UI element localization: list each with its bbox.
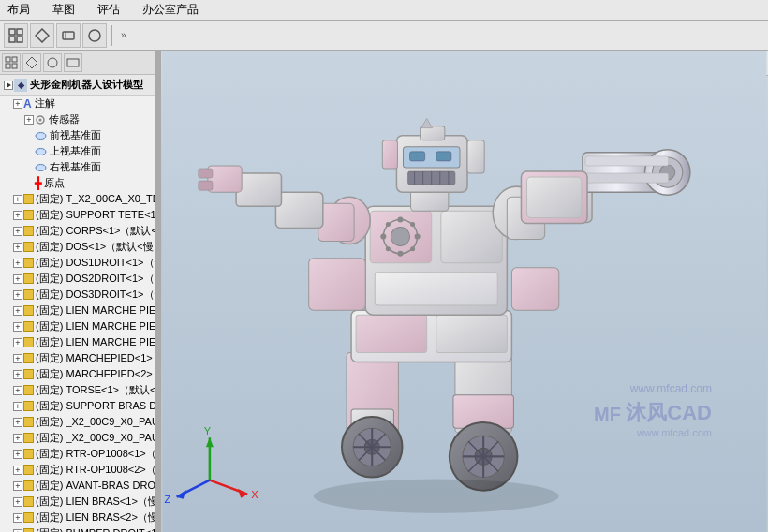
svg-rect-81 (436, 152, 451, 161)
lien-bras2-expand[interactable]: + (13, 513, 22, 523)
annotations-expand[interactable]: + (13, 99, 22, 109)
dos3droit-expand[interactable]: + (13, 290, 22, 300)
svg-rect-109 (527, 177, 582, 217)
tree-item-avant-bras[interactable]: + (固定) AVANT-BRAS DROI (0, 478, 155, 494)
lien-marche1-expand[interactable]: + (13, 306, 22, 316)
lien-marche2-expand[interactable]: + (13, 322, 22, 332)
support-bras-expand[interactable]: + (13, 402, 22, 411)
toolbar-btn-2[interactable] (30, 23, 54, 48)
tree-root-expand[interactable] (4, 81, 13, 90)
left-toolbar-btn-1[interactable] (2, 53, 21, 72)
x2-pau1-expand[interactable]: + (13, 418, 22, 427)
marchepied1-label: (固定) MARCHEPIED<1>（ (36, 351, 155, 365)
tree-root[interactable]: ◆ 夹形金刚机器人设计模型 (0, 75, 155, 96)
t-x2-expand[interactable]: + (13, 195, 22, 204)
svg-rect-0 (9, 29, 15, 35)
sensors-expand[interactable]: + (24, 115, 34, 125)
tree-view: ◆ 夹形金刚机器人设计模型 + A 注解 + 传感器 + 前视基准面 (0, 75, 155, 532)
part-icon-x2-pau1 (23, 417, 34, 427)
tree-item-dos2droit[interactable]: + (固定) DOS2DROIT<1>（ (0, 271, 155, 287)
annotations-label: 注解 (35, 96, 55, 111)
tree-item-x2-pau1[interactable]: + (固定) _X2_00C9_X0_PAU (0, 414, 155, 430)
tree-item-torse[interactable]: + (固定) TORSE<1>（默认< (0, 382, 155, 398)
menu-office[interactable]: 办公室产品 (139, 2, 202, 18)
tree-item-x2-pau2[interactable]: + (固定) _X2_00C9_X0_PAU (0, 430, 155, 446)
tree-item-front-plane[interactable]: + 前视基准面 (0, 127, 155, 143)
left-toolbar-btn-4[interactable] (64, 53, 82, 72)
torse-label: (固定) TORSE<1>（默认< (36, 383, 155, 397)
x2-pau2-expand[interactable]: + (13, 434, 22, 443)
lien-bras2-label: (固定) LIEN BRAS<2>（慢 (36, 510, 155, 525)
tree-item-lien-marche3[interactable]: + (固定) LIEN MARCHE PIE (0, 334, 155, 350)
tree-item-lien-marche2[interactable]: + (固定) LIEN MARCHE PIE (0, 318, 155, 334)
tree-root-icon: ◆ (14, 79, 27, 92)
dos-expand[interactable]: + (13, 243, 22, 252)
support-tete-expand[interactable]: + (13, 211, 22, 220)
lien-bras1-expand[interactable]: + (13, 497, 22, 507)
right-plane-icon (35, 163, 47, 172)
t-x2-label: (固定) T_X2_00CA_X0_TE (36, 192, 155, 206)
dos1droit-expand[interactable]: + (13, 259, 22, 268)
rtr2-expand[interactable]: + (13, 466, 22, 475)
left-toolbar-btn-3[interactable] (43, 53, 62, 72)
svg-rect-2 (9, 37, 15, 42)
svg-rect-91 (467, 140, 484, 173)
tree-item-support-tete[interactable]: + (固定) SUPPORT TETE<1>... (0, 207, 155, 223)
tree-item-corps[interactable]: + (固定) CORPS<1>（默认< (0, 223, 155, 239)
corps-label: (固定) CORPS<1>（默认< (36, 224, 155, 238)
marchepied1-expand[interactable]: + (13, 354, 22, 363)
left-toolbar-btn-2[interactable] (22, 53, 41, 72)
rtr1-label: (固定) RTR-OP1008<1>（ (36, 447, 155, 461)
avant-bras-label: (固定) AVANT-BRAS DROI (36, 479, 155, 493)
3d-viewport[interactable]: X Y Z www.mfcad.com MF (161, 51, 768, 532)
part-icon-support-bras (23, 401, 34, 411)
toolbar-more[interactable]: » (117, 28, 130, 42)
part-icon-x2-pau2 (23, 433, 34, 443)
svg-rect-106 (585, 156, 669, 166)
tree-item-origin[interactable]: + ╋ 原点 (0, 175, 155, 191)
tree-item-lien-marche1[interactable]: + (固定) LIEN MARCHE PIE (0, 303, 155, 318)
svg-point-68 (391, 227, 409, 245)
dos2droit-expand[interactable]: + (13, 274, 22, 284)
tree-item-sensors[interactable]: + 传感器 (0, 111, 155, 127)
tree-item-marchepied2[interactable]: + (固定) MARCHEPIED<2>（ (0, 366, 155, 382)
tree-item-annotations[interactable]: + A 注解 (0, 96, 155, 111)
marchepied2-expand[interactable]: + (13, 370, 22, 379)
svg-text:Y: Y (204, 425, 212, 436)
svg-point-15 (39, 118, 42, 121)
toolbar-btn-3[interactable] (56, 23, 81, 48)
rtr1-expand[interactable]: + (13, 450, 22, 459)
front-plane-icon (35, 131, 47, 140)
menu-layout[interactable]: 布局 (4, 2, 34, 18)
tree-item-rtr2[interactable]: + (固定) RTR-OP1008<2>（ (0, 462, 155, 478)
menu-sketch[interactable]: 草图 (49, 2, 79, 18)
tree-item-lien-bras1[interactable]: + (固定) LIEN BRAS<1>（慢 (0, 494, 155, 510)
tree-item-dos3droit[interactable]: + (固定) DOS3DROIT<1>（慢 (0, 287, 155, 303)
torse-expand[interactable]: + (13, 386, 22, 395)
part-icon-corps (23, 226, 34, 236)
part-icon-rtr1 (23, 449, 34, 459)
tree-item-support-bras[interactable]: + (固定) SUPPORT BRAS DR (0, 398, 155, 414)
tree-item-bumper[interactable]: + (固定) BUMPER DROIT<1> (0, 525, 155, 532)
tree-item-marchepied1[interactable]: + (固定) MARCHEPIED<1>（ (0, 350, 155, 366)
tree-item-t-x2[interactable]: + (固定) T_X2_00CA_X0_TE (0, 191, 155, 207)
corps-expand[interactable]: + (13, 227, 22, 236)
tree-item-dos1droit[interactable]: + (固定) DOS1DROIT<1>（慢 (0, 255, 155, 271)
lien-marche3-expand[interactable]: + (13, 338, 22, 347)
dos3droit-label: (固定) DOS3DROIT<1>（慢 (36, 288, 155, 302)
tree-item-lien-bras2[interactable]: + (固定) LIEN BRAS<2>（慢 (0, 510, 155, 525)
bumper-expand[interactable]: + (13, 529, 22, 533)
svg-point-73 (386, 222, 391, 227)
tree-item-right-plane[interactable]: + 右视基准面 (0, 159, 155, 175)
menu-evaluate[interactable]: 评估 (94, 2, 124, 18)
svg-point-74 (410, 222, 415, 227)
toolbar-btn-4[interactable] (82, 23, 107, 48)
svg-point-112 (314, 480, 559, 513)
avant-bras-expand[interactable]: + (13, 481, 22, 491)
toolbar-btn-1[interactable] (4, 23, 28, 48)
tree-item-rtr1[interactable]: + (固定) RTR-OP1008<1>（ (0, 446, 155, 462)
tree-item-dos[interactable]: + (固定) DOS<1>（默认<慢 (0, 239, 155, 255)
dos1droit-label: (固定) DOS1DROIT<1>（慢 (36, 256, 155, 270)
tree-item-top-plane[interactable]: + 上视基准面 (0, 143, 155, 159)
svg-point-71 (380, 234, 386, 240)
